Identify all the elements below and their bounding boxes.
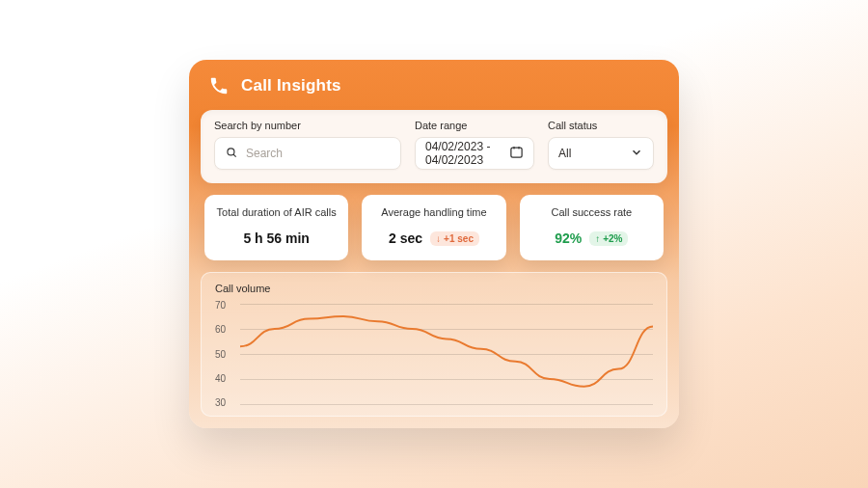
search-field[interactable] <box>214 137 401 170</box>
y-tick: 70 <box>215 300 236 311</box>
arrow-down-icon: ↓ <box>436 233 441 244</box>
chart-y-axis: 70 60 50 40 30 <box>215 300 236 408</box>
total-duration-title: Total duration of AIR calls <box>214 206 339 218</box>
y-tick: 60 <box>215 324 236 335</box>
titlebar: Call Insights <box>189 60 679 108</box>
total-duration-value: 5 h 56 min <box>243 230 309 246</box>
search-label: Search by number <box>214 120 401 131</box>
filters-row: Search by number Date range 04/02/2023 -… <box>201 110 667 183</box>
calendar-icon <box>509 145 524 162</box>
call-status-field[interactable]: All <box>548 137 654 170</box>
avg-handling-title: Average handling time <box>371 206 496 218</box>
content-area: Search by number Date range 04/02/2023 -… <box>201 110 667 417</box>
call-status-filter: Call status All <box>548 120 654 170</box>
search-filter: Search by number <box>214 120 401 170</box>
chart-plot-area <box>240 304 653 404</box>
call-status-value: All <box>558 147 571 160</box>
arrow-up-icon: ↑ <box>595 233 600 244</box>
stats-row: Total duration of AIR calls 5 h 56 min A… <box>201 195 667 260</box>
chart-gridline <box>240 404 653 405</box>
success-rate-value: 92% <box>555 230 582 246</box>
success-rate-delta: ↑ +2% <box>589 231 628 246</box>
chart-line <box>240 304 653 404</box>
page-title: Call Insights <box>241 76 341 95</box>
date-range-value: 04/02/2023 - 04/02/2023 <box>425 140 494 167</box>
chart-title: Call volume <box>215 283 653 294</box>
phone-icon <box>206 73 231 98</box>
avg-handling-delta: ↓ +1 sec <box>430 231 479 246</box>
date-range-field[interactable]: 04/02/2023 - 04/02/2023 <box>415 137 534 170</box>
svg-point-0 <box>228 148 234 154</box>
y-tick: 50 <box>215 349 236 360</box>
search-input[interactable] <box>246 147 391 160</box>
date-range-filter: Date range 04/02/2023 - 04/02/2023 <box>415 120 534 170</box>
avg-handling-delta-text: +1 sec <box>444 233 474 244</box>
success-rate-title: Call success rate <box>529 206 654 218</box>
svg-line-1 <box>233 154 236 157</box>
chart-body: 70 60 50 40 30 <box>215 300 653 408</box>
avg-handling-value: 2 sec <box>389 230 422 246</box>
y-tick: 30 <box>215 397 236 408</box>
call-insights-panel: Call Insights Search by number Date rang… <box>189 60 679 428</box>
y-tick: 40 <box>215 373 236 384</box>
date-range-label: Date range <box>415 120 534 131</box>
call-volume-chart: Call volume 70 60 50 40 30 <box>201 272 667 417</box>
success-rate-card: Call success rate 92% ↑ +2% <box>520 195 664 260</box>
svg-rect-2 <box>511 148 522 157</box>
chevron-down-icon <box>630 146 643 162</box>
avg-handling-value-wrap: 2 sec ↓ +1 sec <box>389 230 479 246</box>
avg-handling-card: Average handling time 2 sec ↓ +1 sec <box>362 195 505 260</box>
total-duration-card: Total duration of AIR calls 5 h 56 min <box>204 195 348 260</box>
success-rate-value-wrap: 92% ↑ +2% <box>555 230 628 246</box>
search-icon <box>225 146 238 162</box>
call-status-label: Call status <box>548 120 654 131</box>
success-rate-delta-text: +2% <box>603 233 622 244</box>
